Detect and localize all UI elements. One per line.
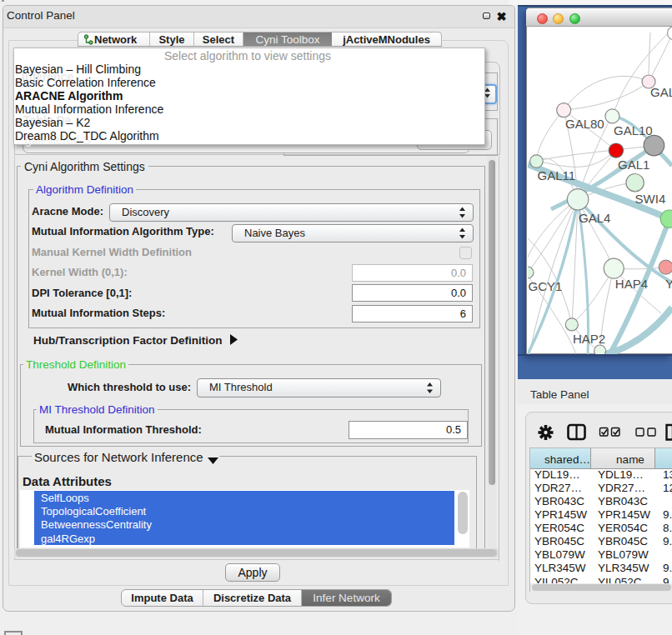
svg-text:Y: Y	[665, 277, 672, 291]
svg-text:GAL4: GAL4	[579, 211, 610, 225]
svg-text:GAL10: GAL10	[614, 123, 653, 138]
svg-text:SWI4: SWI4	[635, 192, 666, 206]
svg-text:GAL: GAL	[650, 85, 672, 99]
svg-text:HAP4: HAP4	[615, 277, 648, 291]
svg-text:GAL1: GAL1	[618, 158, 649, 172]
svg-text:GAL11: GAL11	[538, 168, 576, 182]
svg-text:GCY1: GCY1	[529, 279, 563, 293]
svg-text:HAP2: HAP2	[573, 332, 605, 346]
svg-text:GAL80: GAL80	[565, 117, 604, 131]
